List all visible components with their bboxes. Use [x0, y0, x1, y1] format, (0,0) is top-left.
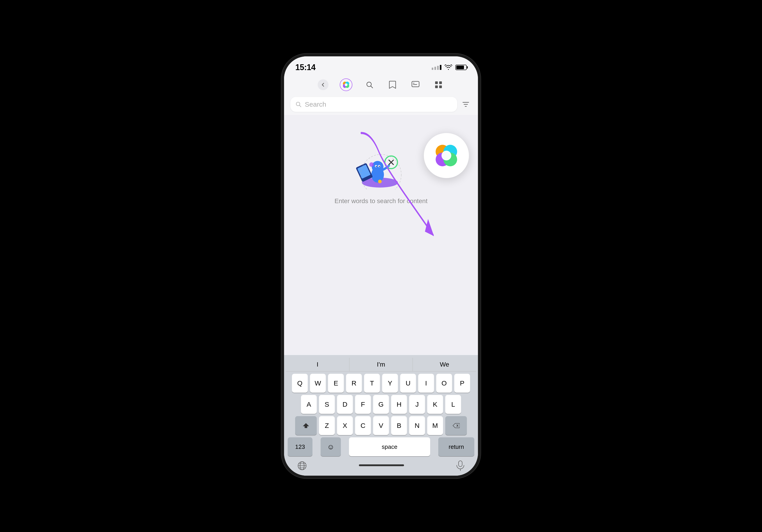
chat-icon	[412, 81, 419, 89]
key-h[interactable]: H	[391, 395, 407, 414]
key-a[interactable]: A	[301, 395, 317, 414]
home-indicator	[359, 464, 404, 466]
return-key[interactable]: return	[438, 437, 474, 456]
suggestion-3[interactable]: We	[413, 358, 476, 371]
nav-bar	[284, 74, 478, 95]
numbers-key[interactable]: 123	[288, 437, 312, 456]
key-x[interactable]: X	[337, 416, 353, 435]
keyboard-row-3: Z X C V B N M	[286, 416, 476, 435]
svg-rect-33	[459, 461, 462, 467]
key-j[interactable]: J	[409, 395, 425, 414]
chat-nav-button[interactable]	[410, 79, 421, 91]
app-icon-overlay	[424, 133, 469, 178]
search-bar[interactable]: Search	[290, 97, 457, 112]
key-d[interactable]: D	[337, 395, 353, 414]
app-icon-large	[432, 141, 461, 170]
keyboard: I I'm We Q W E R T Y U I O P A S D F G H…	[284, 355, 478, 476]
search-nav-icon	[365, 81, 374, 89]
logo-nav-button[interactable]	[340, 78, 352, 91]
key-n[interactable]: N	[409, 416, 425, 435]
globe-icon[interactable]	[297, 461, 307, 471]
status-time: 15:14	[295, 63, 316, 72]
svg-point-5	[367, 82, 371, 87]
search-input[interactable]: Search	[305, 101, 452, 108]
search-bar-container: Search	[284, 95, 478, 115]
keyboard-footer	[286, 459, 476, 476]
logo-icon	[342, 80, 350, 89]
back-icon	[321, 82, 326, 87]
keyboard-bottom-row: 123 ☺ space return	[286, 437, 476, 456]
shift-key[interactable]	[295, 416, 317, 435]
illustration-area: Enter words to search for content	[335, 135, 427, 205]
key-v[interactable]: V	[373, 416, 389, 435]
key-r[interactable]: R	[346, 374, 362, 393]
search-hint-text: Enter words to search for content	[335, 197, 427, 205]
key-f[interactable]: F	[355, 395, 371, 414]
key-e[interactable]: E	[328, 374, 344, 393]
keyboard-suggestions: I I'm We	[286, 358, 476, 371]
bookmark-icon	[389, 81, 396, 89]
grid-nav-button[interactable]	[433, 79, 444, 91]
filter-button[interactable]	[460, 99, 472, 110]
main-content: Enter words to search for content	[284, 115, 478, 355]
suggestion-1[interactable]: I	[286, 358, 349, 371]
search-bar-icon	[295, 101, 302, 108]
wifi-icon	[445, 64, 452, 70]
keyboard-row-2: A S D F G H J K L	[286, 395, 476, 414]
key-p[interactable]: P	[454, 374, 470, 393]
svg-point-29	[441, 151, 451, 160]
key-u[interactable]: U	[400, 374, 416, 393]
key-t[interactable]: T	[364, 374, 380, 393]
key-g[interactable]: G	[373, 395, 389, 414]
svg-point-21	[378, 180, 382, 183]
key-k[interactable]: K	[427, 395, 443, 414]
back-button[interactable]	[318, 79, 329, 90]
key-w[interactable]: W	[310, 374, 326, 393]
battery-icon	[455, 65, 467, 70]
key-o[interactable]: O	[436, 374, 452, 393]
svg-point-17	[376, 166, 377, 167]
keyboard-row-1: Q W E R T Y U I O P	[286, 374, 476, 393]
key-z[interactable]: Z	[319, 416, 335, 435]
key-l[interactable]: L	[445, 395, 461, 414]
svg-rect-9	[435, 85, 438, 88]
search-nav-button[interactable]	[364, 79, 375, 91]
grid-icon	[435, 81, 442, 89]
svg-point-20	[369, 162, 374, 167]
status-icons	[432, 64, 467, 70]
suggestion-2[interactable]: I'm	[349, 358, 413, 371]
emoji-key[interactable]: ☺	[321, 437, 341, 456]
svg-rect-8	[439, 81, 442, 84]
key-y[interactable]: Y	[382, 374, 398, 393]
key-i[interactable]: I	[418, 374, 434, 393]
svg-rect-7	[435, 81, 438, 84]
phone-frame: 15:14	[284, 56, 478, 476]
svg-point-4	[345, 83, 347, 86]
status-bar: 15:14	[284, 56, 478, 74]
mic-icon[interactable]	[456, 460, 465, 471]
bookmark-nav-button[interactable]	[387, 79, 398, 91]
key-b[interactable]: B	[391, 416, 407, 435]
key-q[interactable]: Q	[292, 374, 308, 393]
backspace-key[interactable]	[445, 416, 467, 435]
key-c[interactable]: C	[355, 416, 371, 435]
svg-rect-6	[412, 81, 419, 87]
key-s[interactable]: S	[319, 395, 335, 414]
signal-icon	[432, 65, 441, 70]
key-m[interactable]: M	[427, 416, 443, 435]
space-key[interactable]: space	[349, 437, 430, 456]
svg-rect-10	[439, 85, 442, 88]
search-illustration	[345, 135, 417, 190]
filter-icon	[462, 101, 470, 108]
svg-point-18	[379, 166, 380, 167]
